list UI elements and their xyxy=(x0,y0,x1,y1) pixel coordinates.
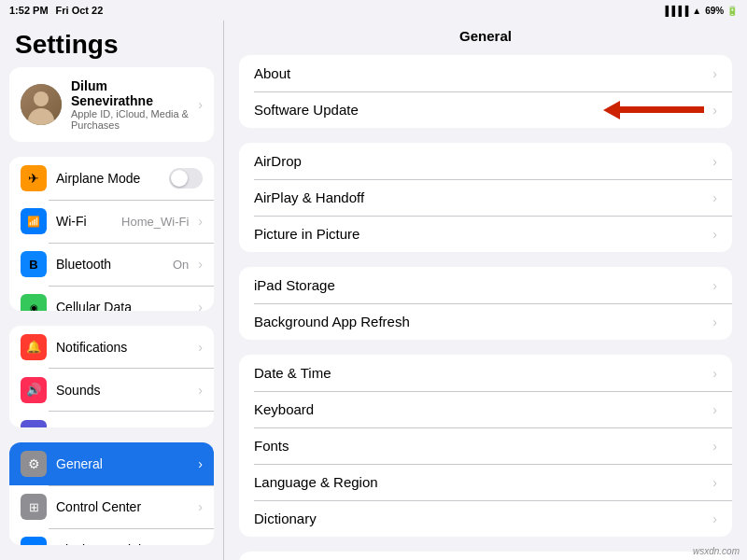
wifi-icon: 📶 xyxy=(21,208,47,234)
panel-group-airdrop: AirDrop › AirPlay & Handoff › Picture in… xyxy=(239,143,732,252)
sidebar-item-notifications[interactable]: 🔔 Notifications › xyxy=(9,326,214,369)
about-label: About xyxy=(254,65,712,81)
wifi-value: Home_Wi-Fi xyxy=(121,215,189,229)
displaybrightness-label: Display & Brightness xyxy=(56,542,189,545)
sidebar-item-general[interactable]: ⚙ General › xyxy=(9,442,214,485)
sidebar-group-connectivity: ✈ Airplane Mode 📶 Wi-Fi Home_Wi-Fi › B B… xyxy=(9,157,214,311)
sidebar-group-system: ⚙ General › ⊞ Control Center › AA Displa… xyxy=(9,442,214,545)
fonts-label: Fonts xyxy=(254,438,712,454)
profile-card[interactable]: Dilum Senevirathne Apple ID, iCloud, Med… xyxy=(9,67,214,142)
bluetooth-icon: B xyxy=(21,251,47,277)
airplane-icon: ✈ xyxy=(21,165,47,191)
displaybrightness-icon: AA xyxy=(21,537,47,545)
panel-group-vpn: VPN & Device Management › xyxy=(239,552,732,560)
general-label: General xyxy=(56,456,189,471)
sidebar-item-airplane[interactable]: ✈ Airplane Mode xyxy=(9,157,214,200)
focus-chevron: › xyxy=(198,426,203,428)
arrow-body xyxy=(620,106,704,113)
panel-item-fonts[interactable]: Fonts › xyxy=(239,427,732,464)
sidebar-item-sounds[interactable]: 🔊 Sounds › xyxy=(9,369,214,412)
panel-item-datetime[interactable]: Date & Time › xyxy=(239,355,732,391)
panel-group-about: About › Software Update › xyxy=(239,55,732,128)
date: Fri Oct 22 xyxy=(56,5,104,16)
backgroundrefresh-chevron: › xyxy=(712,315,717,329)
panel-item-dictionary[interactable]: Dictionary › xyxy=(239,500,732,537)
dictionary-label: Dictionary xyxy=(254,511,712,526)
cellular-icon: ◉ xyxy=(21,294,47,311)
arrow-head xyxy=(603,101,620,119)
profile-name: Dilum Senevirathne xyxy=(71,78,189,108)
fonts-chevron: › xyxy=(712,439,717,454)
profile-info: Dilum Senevirathne Apple ID, iCloud, Med… xyxy=(71,78,189,131)
airplane-toggle[interactable] xyxy=(169,168,203,189)
panel-title: General xyxy=(239,21,732,55)
panel-item-softwareupdate[interactable]: Software Update › xyxy=(239,91,732,128)
sidebar: Settings Dilum Senevirathne Apple ID, iC… xyxy=(0,21,224,560)
panel-item-keyboard[interactable]: Keyboard › xyxy=(239,391,732,427)
arrow-annotation xyxy=(603,101,704,119)
ipadstorage-label: iPad Storage xyxy=(254,277,712,293)
languageregion-label: Language & Region xyxy=(254,474,712,490)
time: 1:52 PM xyxy=(9,5,49,16)
panel-item-pictureinpicture[interactable]: Picture in Picture › xyxy=(239,216,732,252)
battery: 69% 🔋 xyxy=(705,6,738,16)
watermark: wsxdn.com xyxy=(693,546,740,556)
ipadstorage-chevron: › xyxy=(712,278,717,293)
wifi-chevron: › xyxy=(198,214,203,229)
dictionary-chevron: › xyxy=(712,511,717,526)
sidebar-item-focus[interactable]: ☽ Focus › xyxy=(9,412,214,428)
signal-icon: ▐▐▐▐ xyxy=(662,6,688,16)
backgroundrefresh-label: Background App Refresh xyxy=(254,314,712,329)
panel-item-languageregion[interactable]: Language & Region › xyxy=(239,464,732,500)
panel-item-airdrop[interactable]: AirDrop › xyxy=(239,143,732,179)
sidebar-item-cellular[interactable]: ◉ Cellular Data › xyxy=(9,286,214,311)
cellular-chevron: › xyxy=(198,300,203,311)
pictureinpicture-chevron: › xyxy=(712,227,717,242)
airdrop-label: AirDrop xyxy=(254,153,712,169)
main-layout: Settings Dilum Senevirathne Apple ID, iC… xyxy=(0,21,747,560)
bluetooth-value: On xyxy=(173,258,189,272)
notifications-icon: 🔔 xyxy=(21,334,47,360)
bluetooth-chevron: › xyxy=(198,257,203,272)
sidebar-item-displaybrightness[interactable]: AA Display & Brightness › xyxy=(9,528,214,545)
airdrop-chevron: › xyxy=(712,154,717,169)
sidebar-item-controlcenter[interactable]: ⊞ Control Center › xyxy=(9,485,214,528)
sounds-chevron: › xyxy=(198,383,203,398)
profile-chevron: › xyxy=(198,97,203,112)
controlcenter-chevron: › xyxy=(198,499,203,514)
sidebar-item-wifi[interactable]: 📶 Wi-Fi Home_Wi-Fi › xyxy=(9,200,214,243)
displaybrightness-chevron: › xyxy=(198,542,203,545)
right-panel: General About › Software Update › AirDro… xyxy=(224,21,747,560)
languageregion-chevron: › xyxy=(712,475,717,490)
about-chevron: › xyxy=(712,66,717,81)
status-left: 1:52 PM Fri Oct 22 xyxy=(9,5,103,16)
notifications-label: Notifications xyxy=(56,340,189,355)
panel-item-ipadstorage[interactable]: iPad Storage › xyxy=(239,267,732,303)
status-right: ▐▐▐▐ ▲ 69% 🔋 xyxy=(662,6,738,16)
controlcenter-label: Control Center xyxy=(56,499,189,514)
keyboard-label: Keyboard xyxy=(254,401,712,417)
sounds-icon: 🔊 xyxy=(21,377,47,403)
general-icon: ⚙ xyxy=(21,451,47,477)
sidebar-group-personal: 🔔 Notifications › 🔊 Sounds › ☽ Focus › ⏱… xyxy=(9,326,214,428)
general-chevron: › xyxy=(198,456,203,471)
focus-icon: ☽ xyxy=(21,420,47,428)
panel-group-locale: Date & Time › Keyboard › Fonts › Languag… xyxy=(239,355,732,537)
controlcenter-icon: ⊞ xyxy=(21,494,47,520)
notifications-chevron: › xyxy=(198,340,203,355)
panel-group-storage: iPad Storage › Background App Refresh › xyxy=(239,267,732,340)
status-bar: 1:52 PM Fri Oct 22 ▐▐▐▐ ▲ 69% 🔋 xyxy=(0,0,747,21)
panel-item-backgroundrefresh[interactable]: Background App Refresh › xyxy=(239,303,732,340)
avatar xyxy=(21,84,62,125)
airplay-chevron: › xyxy=(712,190,717,205)
datetime-label: Date & Time xyxy=(254,365,712,381)
panel-item-about[interactable]: About › xyxy=(239,55,732,91)
sidebar-item-bluetooth[interactable]: B Bluetooth On › xyxy=(9,243,214,286)
avatar-image xyxy=(21,84,62,125)
panel-item-vpndevice[interactable]: VPN & Device Management › xyxy=(239,552,732,560)
pictureinpicture-label: Picture in Picture xyxy=(254,226,712,242)
focus-label: Focus xyxy=(56,426,189,428)
softwareupdate-chevron: › xyxy=(712,103,717,118)
airplay-label: AirPlay & Handoff xyxy=(254,189,712,205)
panel-item-airplay[interactable]: AirPlay & Handoff › xyxy=(239,179,732,216)
